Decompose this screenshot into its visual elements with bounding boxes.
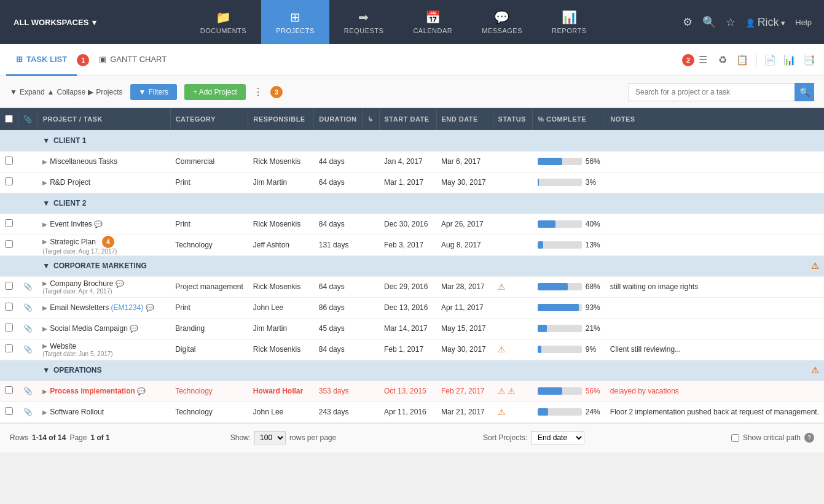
- toolbar-btn-4[interactable]: 📄: [761, 52, 779, 69]
- row-start-date: Apr 11, 2016: [379, 401, 436, 422]
- user-menu[interactable]: 👤 Rick ▾: [745, 16, 785, 29]
- task-arrow-icon[interactable]: ▶: [42, 304, 47, 311]
- task-arrow-icon[interactable]: ▶: [42, 221, 47, 228]
- th-duration: DURATION: [314, 108, 363, 130]
- row-end-date: Apr 11, 2017: [436, 297, 493, 318]
- row-checkbox[interactable]: [5, 324, 13, 331]
- nav-label-messages: MESSAGES: [482, 27, 522, 34]
- row-responsible: Jeff Ashton: [248, 235, 314, 255]
- more-options-icon[interactable]: ⋮: [253, 86, 263, 98]
- row-responsible: Rick Mosenkis: [248, 276, 314, 297]
- nav-item-reports[interactable]: 📊 REPORTS: [537, 0, 601, 44]
- rows-info: Rows 1-14 of 14 Page 1 of 1: [10, 433, 110, 442]
- row-dependency: [363, 401, 380, 422]
- clip-icon: 📎: [23, 408, 33, 416]
- toolbar-btn-2[interactable]: ♻: [714, 52, 731, 69]
- workspace-selector[interactable]: ALL WORKSPACES ▾: [6, 18, 104, 27]
- collapse-button[interactable]: ▲ Collapse: [47, 88, 86, 96]
- row-checkbox[interactable]: [5, 386, 13, 394]
- row-checkbox[interactable]: [5, 219, 13, 227]
- settings-icon[interactable]: ⚙: [683, 15, 693, 29]
- expand-button[interactable]: ▼ Expand: [10, 88, 45, 96]
- star-icon[interactable]: ☆: [726, 15, 736, 29]
- nav-item-messages[interactable]: 💬 MESSAGES: [467, 0, 537, 44]
- task-arrow-icon[interactable]: ▶: [42, 409, 47, 416]
- add-project-button[interactable]: + Add Project: [184, 84, 246, 100]
- clip-icon: 📎: [23, 345, 33, 354]
- group-chevron-icon[interactable]: ▼: [42, 366, 50, 374]
- critical-path-checkbox[interactable]: [731, 434, 739, 442]
- clip-icon: 📎: [23, 387, 33, 395]
- row-clip-cell: 📎: [18, 318, 38, 339]
- row-checkbox-cell: [0, 401, 18, 422]
- group-chevron-icon[interactable]: ▼: [42, 136, 50, 145]
- nav-item-calendar[interactable]: 📅 CALENDAR: [398, 0, 467, 44]
- th-dependency: ↳: [363, 108, 380, 130]
- rows-per-page-select[interactable]: 100 50 25: [254, 431, 286, 444]
- task-arrow-icon[interactable]: ▶: [42, 388, 47, 395]
- row-dependency: [363, 172, 380, 193]
- row-notes: Client still reviewing...: [605, 339, 824, 360]
- task-arrow-icon[interactable]: ▶: [42, 325, 47, 332]
- critical-path-help-icon[interactable]: ?: [804, 433, 814, 443]
- group-name-label: CLIENT 2: [53, 199, 86, 207]
- toolbar-btn-6[interactable]: 📑: [801, 52, 818, 69]
- group-checkbox-cell: [0, 360, 18, 381]
- critical-path-label: Show critical path: [743, 433, 801, 442]
- nav-label-requests: REQUESTS: [344, 27, 384, 34]
- table-row: ▶ Miscellaneous Tasks Commercial Rick Mo…: [0, 151, 824, 172]
- tab-gantt-chart[interactable]: ▣ GANTT CHART: [89, 44, 176, 76]
- help-link[interactable]: Help: [795, 18, 812, 27]
- row-checkbox[interactable]: [5, 240, 13, 248]
- progress-bar: [538, 241, 582, 249]
- tab-task-list[interactable]: ⊞ TASK LIST: [6, 44, 77, 76]
- table-row: ▶ Event Invites 💬 Print Rick Mosenkis 84…: [0, 214, 824, 235]
- search-wrap: 🔍: [629, 83, 814, 101]
- nav-item-requests[interactable]: ➡ REQUESTS: [329, 0, 399, 44]
- projects-button[interactable]: ▶ Projects: [88, 88, 122, 96]
- group-warn-icon: ⚠: [811, 261, 819, 271]
- row-dependency: [363, 151, 380, 172]
- group-name-cell: ▼ OPERATIONS ⚠: [37, 360, 824, 381]
- show-label: Show:: [230, 433, 251, 442]
- task-arrow-icon[interactable]: ▶: [42, 179, 47, 186]
- pct-label: 9%: [586, 345, 596, 354]
- group-chevron-icon[interactable]: ▼: [42, 262, 50, 270]
- sort-projects-select[interactable]: End date Start date Name: [531, 431, 584, 444]
- toolbar-btn-3[interactable]: 📋: [734, 52, 751, 69]
- row-start-date: Feb 1, 2017: [379, 339, 436, 360]
- search-input[interactable]: [629, 83, 795, 101]
- task-arrow-icon[interactable]: ▶: [42, 238, 47, 245]
- th-checkbox: [0, 108, 18, 130]
- group-chevron-icon[interactable]: ▼: [42, 199, 50, 207]
- row-checkbox[interactable]: [5, 177, 13, 185]
- search-button[interactable]: 🔍: [795, 83, 814, 101]
- row-checkbox[interactable]: [5, 303, 13, 311]
- task-arrow-icon[interactable]: ▶: [42, 158, 47, 165]
- row-checkbox[interactable]: [5, 344, 13, 352]
- row-checkbox[interactable]: [5, 282, 13, 290]
- group-checkbox-cell: [0, 255, 18, 276]
- toolbar-btn-5[interactable]: 📊: [781, 52, 798, 69]
- clip-icon: 📎: [23, 324, 33, 333]
- task-arrow-icon[interactable]: ▶: [42, 343, 47, 349]
- th-start-date: START DATE: [379, 108, 436, 130]
- row-category: Print: [170, 172, 248, 193]
- nav-item-documents[interactable]: 📁 DOCUMENTS: [186, 0, 261, 44]
- filters-button[interactable]: ▼ Filters: [130, 84, 178, 100]
- status-warn-icon: ⚠: [498, 282, 506, 292]
- search-icon[interactable]: 🔍: [702, 15, 716, 29]
- nav-item-projects[interactable]: ⊞ PROJECTS: [261, 0, 329, 44]
- row-responsible: Jim Martin: [248, 172, 314, 193]
- toolbar-btn-1[interactable]: ☰: [694, 52, 712, 69]
- row-checkbox[interactable]: [5, 407, 13, 415]
- row-responsible: Howard Hollar: [248, 381, 314, 401]
- table-row: ▶ Strategic Plan 4 (Target date: Aug 17,…: [0, 235, 824, 255]
- row-task-cell: ▶ R&D Project: [37, 172, 170, 193]
- row-notes: [605, 235, 824, 255]
- messages-icon: 💬: [494, 10, 510, 25]
- row-category: Technology: [170, 381, 248, 401]
- row-checkbox[interactable]: [5, 157, 13, 165]
- task-arrow-icon[interactable]: ▶: [42, 280, 47, 287]
- select-all-checkbox[interactable]: [5, 115, 13, 123]
